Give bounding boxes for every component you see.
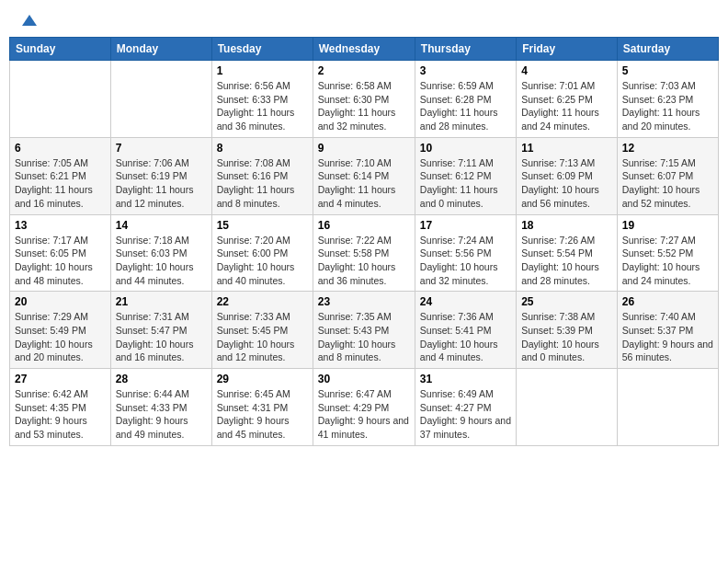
day-info: Sunrise: 6:42 AM Sunset: 4:35 PM Dayligh… (15, 387, 106, 442)
calendar-cell: 28Sunrise: 6:44 AM Sunset: 4:33 PM Dayli… (110, 369, 211, 446)
day-number: 18 (521, 219, 612, 232)
calendar-header-row: SundayMondayTuesdayWednesdayThursdayFrid… (10, 38, 719, 61)
day-number: 28 (116, 373, 207, 385)
day-number: 15 (217, 219, 308, 232)
day-number: 26 (622, 295, 713, 308)
calendar-cell: 30Sunrise: 6:47 AM Sunset: 4:29 PM Dayli… (313, 369, 415, 446)
day-number: 20 (15, 295, 106, 308)
calendar-cell: 8Sunrise: 7:08 AM Sunset: 6:16 PM Daylig… (211, 137, 313, 214)
day-number: 23 (318, 295, 410, 308)
day-number: 25 (521, 295, 612, 308)
day-number: 30 (318, 373, 410, 385)
calendar-week-row: 13Sunrise: 7:17 AM Sunset: 6:05 PM Dayli… (10, 214, 719, 292)
calendar-cell: 15Sunrise: 7:20 AM Sunset: 6:00 PM Dayli… (211, 214, 313, 292)
day-info: Sunrise: 7:33 AM Sunset: 5:45 PM Dayligh… (217, 310, 308, 364)
calendar-cell: 4Sunrise: 7:01 AM Sunset: 6:25 PM Daylig… (517, 61, 618, 138)
day-of-week-header: Thursday (415, 38, 516, 61)
day-info: Sunrise: 6:44 AM Sunset: 4:33 PM Dayligh… (116, 387, 207, 442)
day-info: Sunrise: 7:38 AM Sunset: 5:39 PM Dayligh… (521, 310, 612, 364)
day-info: Sunrise: 7:17 AM Sunset: 6:05 PM Dayligh… (15, 234, 106, 288)
day-info: Sunrise: 7:31 AM Sunset: 5:47 PM Dayligh… (116, 310, 207, 364)
calendar-cell: 26Sunrise: 7:40 AM Sunset: 5:37 PM Dayli… (617, 292, 718, 369)
day-info: Sunrise: 7:08 AM Sunset: 6:16 PM Dayligh… (217, 156, 308, 211)
calendar-cell: 19Sunrise: 7:27 AM Sunset: 5:52 PM Dayli… (617, 214, 718, 292)
calendar-cell (110, 61, 211, 138)
logo (17, 13, 39, 28)
calendar-table: SundayMondayTuesdayWednesdayThursdayFrid… (9, 37, 719, 446)
day-info: Sunrise: 7:35 AM Sunset: 5:43 PM Dayligh… (318, 310, 410, 364)
day-number: 16 (318, 219, 410, 232)
calendar-cell: 2Sunrise: 6:58 AM Sunset: 6:30 PM Daylig… (313, 61, 415, 138)
day-info: Sunrise: 7:05 AM Sunset: 6:21 PM Dayligh… (15, 156, 106, 211)
calendar-cell: 27Sunrise: 6:42 AM Sunset: 4:35 PM Dayli… (10, 369, 111, 446)
day-number: 13 (15, 219, 106, 232)
day-number: 1 (217, 64, 308, 77)
calendar-cell (10, 61, 111, 138)
day-number: 2 (318, 64, 410, 77)
day-number: 10 (420, 142, 511, 155)
calendar-week-row: 1Sunrise: 6:56 AM Sunset: 6:33 PM Daylig… (10, 61, 719, 138)
calendar-cell (617, 369, 718, 446)
day-info: Sunrise: 6:45 AM Sunset: 4:31 PM Dayligh… (217, 387, 308, 442)
day-info: Sunrise: 7:36 AM Sunset: 5:41 PM Dayligh… (420, 310, 511, 364)
calendar-week-row: 27Sunrise: 6:42 AM Sunset: 4:35 PM Dayli… (10, 369, 719, 446)
day-info: Sunrise: 7:18 AM Sunset: 6:03 PM Dayligh… (116, 234, 207, 288)
calendar-cell: 21Sunrise: 7:31 AM Sunset: 5:47 PM Dayli… (110, 292, 211, 369)
day-info: Sunrise: 7:20 AM Sunset: 6:00 PM Dayligh… (217, 234, 308, 288)
calendar-cell: 18Sunrise: 7:26 AM Sunset: 5:54 PM Dayli… (517, 214, 618, 292)
calendar-week-row: 20Sunrise: 7:29 AM Sunset: 5:49 PM Dayli… (10, 292, 719, 369)
calendar-cell: 12Sunrise: 7:15 AM Sunset: 6:07 PM Dayli… (617, 137, 718, 214)
day-number: 14 (116, 219, 207, 232)
day-info: Sunrise: 6:49 AM Sunset: 4:27 PM Dayligh… (420, 387, 511, 442)
day-of-week-header: Wednesday (313, 38, 415, 61)
day-number: 27 (15, 373, 106, 385)
day-number: 22 (217, 295, 308, 308)
day-number: 6 (15, 142, 106, 155)
calendar-week-row: 6Sunrise: 7:05 AM Sunset: 6:21 PM Daylig… (10, 137, 719, 214)
day-number: 24 (420, 295, 511, 308)
day-number: 5 (622, 64, 713, 77)
day-info: Sunrise: 7:13 AM Sunset: 6:09 PM Dayligh… (521, 156, 612, 211)
calendar-cell: 3Sunrise: 6:59 AM Sunset: 6:28 PM Daylig… (415, 61, 516, 138)
calendar-cell: 7Sunrise: 7:06 AM Sunset: 6:19 PM Daylig… (110, 137, 211, 214)
day-number: 29 (217, 373, 308, 385)
day-number: 31 (420, 373, 511, 385)
day-info: Sunrise: 7:24 AM Sunset: 5:56 PM Dayligh… (420, 234, 511, 288)
day-info: Sunrise: 7:11 AM Sunset: 6:12 PM Dayligh… (420, 156, 511, 211)
page-header (9, 9, 719, 31)
day-info: Sunrise: 7:40 AM Sunset: 5:37 PM Dayligh… (622, 310, 713, 364)
calendar-cell: 29Sunrise: 6:45 AM Sunset: 4:31 PM Dayli… (211, 369, 313, 446)
calendar-cell: 10Sunrise: 7:11 AM Sunset: 6:12 PM Dayli… (415, 137, 516, 214)
calendar-cell: 17Sunrise: 7:24 AM Sunset: 5:56 PM Dayli… (415, 214, 516, 292)
day-number: 9 (318, 142, 410, 155)
calendar-cell: 1Sunrise: 6:56 AM Sunset: 6:33 PM Daylig… (211, 61, 313, 138)
day-of-week-header: Friday (517, 38, 618, 61)
day-number: 21 (116, 295, 207, 308)
calendar-cell: 5Sunrise: 7:03 AM Sunset: 6:23 PM Daylig… (617, 61, 718, 138)
svg-marker-0 (22, 15, 37, 26)
calendar-cell: 16Sunrise: 7:22 AM Sunset: 5:58 PM Dayli… (313, 214, 415, 292)
day-info: Sunrise: 7:27 AM Sunset: 5:52 PM Dayligh… (622, 234, 713, 288)
day-of-week-header: Tuesday (211, 38, 313, 61)
calendar-cell: 11Sunrise: 7:13 AM Sunset: 6:09 PM Dayli… (517, 137, 618, 214)
day-number: 7 (116, 142, 207, 155)
day-info: Sunrise: 6:58 AM Sunset: 6:30 PM Dayligh… (318, 79, 410, 133)
day-of-week-header: Monday (110, 38, 211, 61)
day-info: Sunrise: 7:03 AM Sunset: 6:23 PM Dayligh… (622, 79, 713, 133)
calendar-cell: 24Sunrise: 7:36 AM Sunset: 5:41 PM Dayli… (415, 292, 516, 369)
day-info: Sunrise: 7:26 AM Sunset: 5:54 PM Dayligh… (521, 234, 612, 288)
calendar-cell: 14Sunrise: 7:18 AM Sunset: 6:03 PM Dayli… (110, 214, 211, 292)
day-info: Sunrise: 7:01 AM Sunset: 6:25 PM Dayligh… (521, 79, 612, 133)
calendar-cell: 13Sunrise: 7:17 AM Sunset: 6:05 PM Dayli… (10, 214, 111, 292)
calendar-cell: 25Sunrise: 7:38 AM Sunset: 5:39 PM Dayli… (517, 292, 618, 369)
day-of-week-header: Sunday (10, 38, 111, 61)
logo-icon (20, 13, 39, 31)
day-number: 4 (521, 64, 612, 77)
day-info: Sunrise: 7:22 AM Sunset: 5:58 PM Dayligh… (318, 234, 410, 288)
day-info: Sunrise: 7:15 AM Sunset: 6:07 PM Dayligh… (622, 156, 713, 211)
day-info: Sunrise: 6:59 AM Sunset: 6:28 PM Dayligh… (420, 79, 511, 133)
day-of-week-header: Saturday (617, 38, 718, 61)
day-info: Sunrise: 6:47 AM Sunset: 4:29 PM Dayligh… (318, 387, 410, 442)
day-number: 3 (420, 64, 511, 77)
calendar-cell: 31Sunrise: 6:49 AM Sunset: 4:27 PM Dayli… (415, 369, 516, 446)
